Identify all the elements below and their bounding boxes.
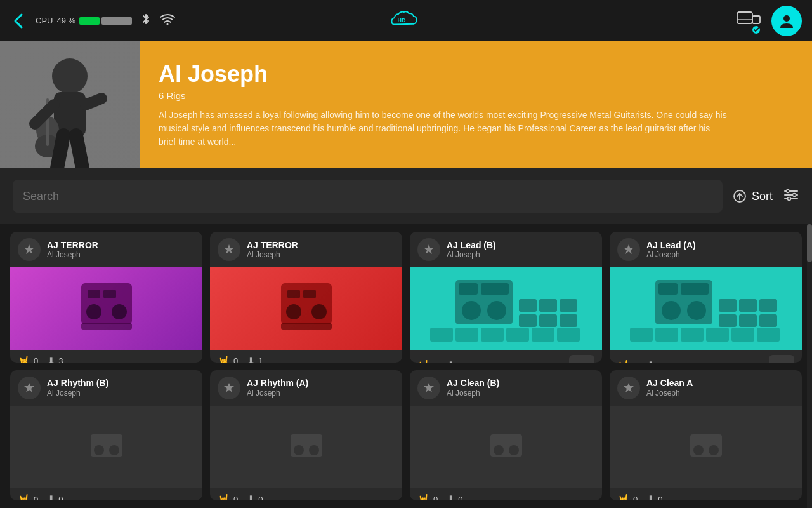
- rig-name: AJ Rhythm (A): [247, 378, 395, 389]
- download-icon: ⬇: [47, 355, 55, 363]
- rig-downloads: ⬇ 0: [247, 493, 263, 501]
- play-button[interactable]: ▶: [569, 355, 594, 363]
- rig-footer: 🤘 0 ⬇ 0: [210, 488, 402, 501]
- rig-downloads: ⬇ 0: [447, 493, 462, 501]
- top-bar-left: CPU 49 %: [10, 12, 175, 30]
- device-icon-button[interactable]: [733, 6, 764, 36]
- cpu-bar-yellow: [102, 17, 132, 25]
- downloads-count: 3: [58, 356, 63, 363]
- svg-point-40: [462, 301, 481, 320]
- download-icon: ⬇: [247, 355, 255, 363]
- search-input[interactable]: [23, 190, 712, 203]
- rig-card-header: AJ TERROR Al Joseph: [210, 232, 402, 267]
- rig-card-header: AJ TERROR Al Joseph: [10, 232, 202, 267]
- rig-thumbnail: [410, 267, 602, 350]
- svg-point-72: [94, 445, 104, 455]
- svg-rect-64: [759, 314, 777, 327]
- rig-footer: 🤘 1 ⬇ 1 ▶: [610, 350, 802, 363]
- likes-icon: 🤘: [18, 493, 30, 501]
- cpu-bar-green: [79, 17, 100, 25]
- likes-count: 0: [433, 495, 438, 501]
- rig-info: AJ Lead (B) Al Joseph: [447, 240, 594, 260]
- svg-point-57: [662, 301, 681, 320]
- rig-footer: 🤘 0 ⬇ 0: [610, 488, 802, 501]
- rig-downloads: ⬇ 1: [247, 355, 263, 363]
- rig-name: AJ TERROR: [247, 240, 395, 251]
- cpu-label: CPU: [36, 16, 53, 25]
- download-icon: ⬇: [646, 359, 655, 363]
- svg-rect-42: [519, 299, 537, 312]
- svg-point-79: [509, 445, 519, 455]
- likes-icon: 🤘: [18, 355, 30, 363]
- hero-rig-count: 6 Rigs: [159, 90, 793, 101]
- svg-line-14: [86, 98, 102, 105]
- svg-rect-26: [88, 290, 100, 298]
- rig-downloads: ⬇ 0: [646, 493, 662, 501]
- rig-card-header: AJ Lead (B) Al Joseph: [410, 232, 602, 267]
- rig-icon: [218, 377, 240, 399]
- cpu-percent: 49 %: [56, 16, 75, 25]
- rig-icon: [417, 377, 440, 399]
- rig-info: AJ Rhythm (A) Al Joseph: [247, 378, 395, 398]
- rig-footer: 🤘 0 ⬇ 0: [410, 488, 602, 501]
- svg-point-41: [487, 301, 506, 320]
- cpu-bar: [79, 17, 132, 25]
- rig-downloads: ⬇ 1: [646, 359, 662, 363]
- rig-icon: [617, 377, 640, 399]
- svg-rect-68: [706, 328, 729, 342]
- search-input-wrapper[interactable]: [13, 180, 723, 213]
- rig-author: Al Joseph: [47, 389, 195, 398]
- play-button[interactable]: ▶: [769, 355, 794, 363]
- rig-author: Al Joseph: [447, 250, 594, 259]
- rig-icon: [18, 238, 41, 261]
- svg-rect-66: [655, 328, 678, 342]
- downloads-count: 0: [58, 495, 63, 501]
- svg-rect-49: [455, 328, 478, 342]
- rigs-grid: AJ TERROR Al Joseph 🤘 0 ⬇ 3: [0, 224, 812, 508]
- svg-point-76: [309, 445, 319, 455]
- likes-count: 0: [34, 356, 38, 363]
- hero-banner: Al Joseph 6 Rigs Al Joseph has amassed a…: [0, 41, 812, 168]
- downloads-count: 1: [458, 361, 462, 363]
- rig-name: AJ Rhythm (B): [47, 378, 195, 389]
- downloads-count: 0: [458, 495, 462, 501]
- rig-card[interactable]: AJ Lead (A) Al Joseph: [610, 232, 802, 363]
- svg-rect-56: [681, 283, 709, 295]
- likes-count: 0: [34, 495, 38, 501]
- rig-likes: 🤘 0: [218, 355, 238, 363]
- rig-card[interactable]: AJ TERROR Al Joseph 🤘 0 ⬇ 3: [10, 232, 202, 363]
- svg-text:HD: HD: [398, 17, 406, 23]
- rig-likes: 🤘 1: [417, 359, 438, 363]
- svg-rect-69: [731, 328, 754, 342]
- rig-card[interactable]: AJ Rhythm (A) Al Joseph 🤘 0 ⬇ 0: [210, 370, 402, 501]
- svg-rect-48: [430, 328, 453, 342]
- back-button[interactable]: [10, 12, 28, 30]
- sort-button[interactable]: Sort: [733, 189, 773, 203]
- svg-rect-53: [557, 328, 580, 342]
- svg-point-6: [783, 15, 790, 22]
- rig-card[interactable]: AJ TERROR Al Joseph 🤘 0 ⬇ 1: [210, 232, 402, 363]
- svg-rect-38: [459, 283, 478, 295]
- svg-rect-25: [81, 283, 132, 324]
- likes-icon: 🤘: [417, 359, 430, 363]
- scrollbar-thumb[interactable]: [807, 224, 812, 262]
- rig-footer: 🤘 0 ⬇ 0: [10, 488, 202, 501]
- rig-card[interactable]: AJ Clean A Al Joseph 🤘 0 ⬇ 0: [610, 370, 802, 501]
- cpu-info: CPU 49 %: [36, 16, 132, 25]
- profile-avatar[interactable]: [771, 6, 802, 36]
- rig-card[interactable]: AJ Clean (B) Al Joseph 🤘 0 ⬇ 0: [410, 370, 602, 501]
- rig-name: AJ Clean (B): [447, 378, 594, 389]
- rig-thumbnail: [410, 406, 602, 488]
- rig-card[interactable]: AJ Rhythm (B) Al Joseph 🤘 0 ⬇ 0: [10, 370, 202, 501]
- rig-author: Al Joseph: [247, 250, 395, 259]
- rig-likes: 🤘 0: [18, 493, 38, 501]
- wifi-icon: [160, 13, 175, 28]
- download-icon: ⬇: [646, 493, 655, 501]
- svg-rect-27: [103, 290, 116, 298]
- svg-rect-62: [739, 314, 757, 327]
- rig-card[interactable]: AJ Lead (B) Al Joseph: [410, 232, 602, 363]
- scrollbar-track[interactable]: [807, 224, 812, 508]
- rig-icon: [18, 377, 41, 399]
- filter-button[interactable]: [783, 187, 799, 206]
- svg-point-23: [793, 193, 796, 196]
